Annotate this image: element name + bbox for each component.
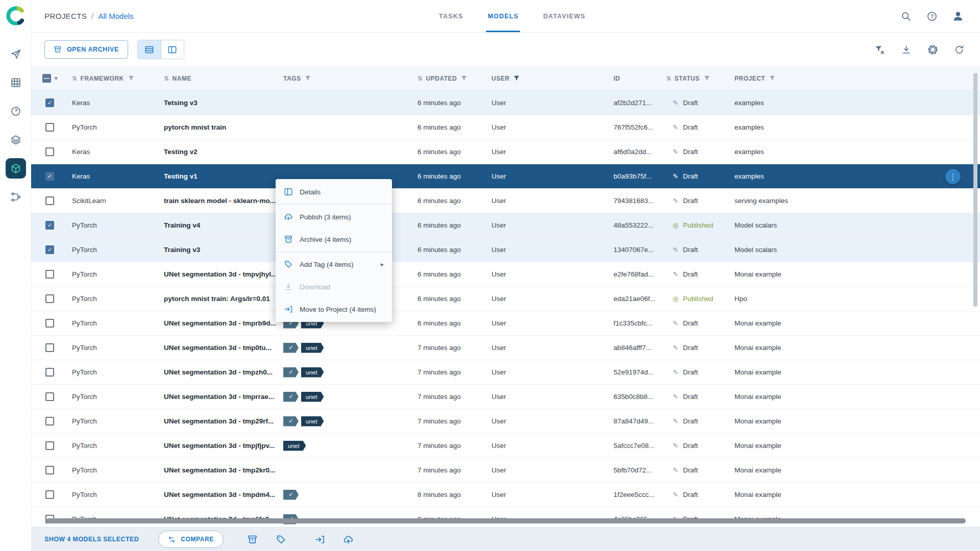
footer-archive-button[interactable] <box>247 534 258 545</box>
filter-icon[interactable] <box>461 76 467 81</box>
clear-filters-button[interactable] <box>874 44 885 55</box>
row-checkbox[interactable] <box>45 319 54 328</box>
cell-name[interactable]: Tetsing v3 <box>164 99 283 107</box>
row-menu-button[interactable]: ⋮ <box>945 172 961 180</box>
table-row[interactable]: PyTorchpytorch mnist train: Args/lr=0.01… <box>31 287 980 311</box>
cell-name[interactable]: Testing v1 <box>164 172 283 180</box>
table-view-button[interactable] <box>138 40 161 59</box>
row-checkbox[interactable] <box>45 123 54 132</box>
table-row[interactable]: PyTorchUNet segmentation 3d - tmprb9d...… <box>31 311 980 336</box>
search-button[interactable] <box>900 10 912 22</box>
column-header-user[interactable]: USER <box>492 75 614 82</box>
column-header-name[interactable]: ⇅ NAME <box>164 75 283 82</box>
settings-button[interactable] <box>927 44 938 55</box>
column-header-framework[interactable]: ⇅ FRAMEWORK <box>72 75 164 82</box>
sort-icon[interactable]: ⇅ <box>164 76 169 82</box>
table-row[interactable]: PyTorchUNet segmentation 3d - tmpvjhyl..… <box>31 262 980 287</box>
row-checkbox[interactable] <box>45 343 54 352</box>
tab-models[interactable]: MODELS <box>486 0 520 32</box>
cell-name[interactable]: UNet segmentation 3d - tmpdm4... <box>164 491 283 498</box>
filter-icon[interactable] <box>769 76 775 81</box>
tag-chip-check[interactable]: ✓ <box>283 392 299 402</box>
tag-chip-check[interactable]: ✓ <box>283 367 299 378</box>
footer-publish-button[interactable] <box>343 534 354 545</box>
footer-tag-button[interactable] <box>276 534 286 545</box>
table-row[interactable]: ScikitLearntrain sklearn model - sklearn… <box>31 189 980 213</box>
tag-chip[interactable]: unet <box>301 343 324 353</box>
filter-icon[interactable] <box>128 76 134 81</box>
cell-name[interactable]: UNet segmentation 3d - tmprb9d... <box>164 319 283 327</box>
cell-name[interactable]: train sklearn model - sklearn-mo... <box>164 197 283 205</box>
row-checkbox[interactable]: ✓ <box>45 245 54 254</box>
cell-name[interactable]: UNet segmentation 3d - tmp29rf... <box>164 417 283 425</box>
tab-tasks[interactable]: TASKS <box>437 0 464 32</box>
tag-chip[interactable]: unet <box>283 441 306 451</box>
cell-name[interactable]: Testing v2 <box>164 148 283 156</box>
tag-chip-check[interactable]: ✓ <box>283 416 299 427</box>
clearml-logo[interactable] <box>5 5 27 27</box>
tag-chip[interactable]: unet <box>301 367 324 378</box>
sidebar-item-queues[interactable] <box>6 130 26 150</box>
tag-chip[interactable]: unet <box>301 392 324 402</box>
table-row[interactable]: PyTorchUNet segmentation 3d - tmp0tu...✓… <box>31 336 980 360</box>
table-row[interactable]: PyTorchUNet segmentation 3d - tmpdm4...✓… <box>31 483 980 507</box>
sidebar-item-reports[interactable] <box>6 101 26 121</box>
tag-chip[interactable]: unet <box>301 416 324 427</box>
download-button[interactable] <box>900 44 912 55</box>
tag-chip-check[interactable]: ✓ <box>283 490 299 500</box>
filter-icon[interactable] <box>305 76 311 81</box>
table-row[interactable]: ✓PyTorchTraining v46 minutes agoUser48a5… <box>31 213 980 238</box>
card-view-button[interactable] <box>161 40 184 59</box>
cell-name[interactable]: pytorch mnist train: Args/lr=0.01 <box>164 295 283 303</box>
help-button[interactable]: ? <box>926 10 938 22</box>
column-header-project[interactable]: PROJECT <box>734 75 980 82</box>
auto-refresh-button[interactable] <box>953 44 965 55</box>
sort-icon[interactable]: ⇅ <box>666 76 672 82</box>
table-row[interactable]: PyTorchUNet segmentation 3d - tmp2kr0...… <box>31 458 980 483</box>
user-avatar-button[interactable] <box>952 10 964 22</box>
context-menu-item-add-tag-4-items[interactable]: Add Tag (4 items)▸ <box>276 253 392 276</box>
cell-name[interactable]: Training v4 <box>164 221 283 229</box>
row-checkbox[interactable] <box>45 270 54 279</box>
table-row[interactable]: PyTorchUNet segmentation 3d - tmp29rf...… <box>31 409 980 434</box>
filter-icon[interactable] <box>704 76 710 81</box>
row-checkbox[interactable] <box>45 441 54 450</box>
row-checkbox[interactable] <box>45 147 54 156</box>
row-checkbox[interactable] <box>45 294 54 303</box>
sidebar-item-pipelines[interactable] <box>6 187 26 207</box>
table-row[interactable]: ✓PyTorchTraining v36 minutes agoUser1340… <box>31 238 980 262</box>
column-header-tags[interactable]: TAGS <box>283 75 418 82</box>
filter-active-icon[interactable] <box>513 76 520 81</box>
table-row[interactable]: PyTorchUNet segmentation 3d - tmpjfjpv..… <box>31 434 980 458</box>
horizontal-scrollbar[interactable] <box>46 518 966 523</box>
vertical-scrollbar[interactable] <box>973 73 977 307</box>
context-menu-item-details[interactable]: Details <box>276 181 392 203</box>
table-row[interactable]: KerasTesting v26 minutes agoUseraf6d0a2d… <box>31 140 980 164</box>
sort-icon[interactable]: ⇅ <box>72 76 78 82</box>
tag-chip-check[interactable]: ✓ <box>283 343 299 353</box>
row-checkbox[interactable] <box>45 490 54 499</box>
row-checkbox[interactable]: ✓ <box>45 172 54 181</box>
table-row[interactable]: PyTorchUNet segmentation 3d - tmprrae...… <box>31 385 980 409</box>
cell-name[interactable]: UNet segmentation 3d - tmpzh0... <box>164 368 283 376</box>
sort-icon[interactable]: ⇅ <box>418 76 423 82</box>
cell-name[interactable]: Training v3 <box>164 246 283 254</box>
sidebar-item-models[interactable] <box>6 158 26 179</box>
sidebar-item-datasets[interactable] <box>6 72 26 93</box>
context-menu-item-move-to-project-4-items[interactable]: Move to Project (4 items) <box>276 298 392 320</box>
cell-name[interactable]: pytorch mnist train <box>164 123 283 131</box>
column-header-id[interactable]: ID <box>614 75 666 82</box>
context-menu-item-publish-3-items[interactable]: Publish (3 items) <box>276 206 392 228</box>
table-row[interactable]: PyTorchUNet segmentation 3d - tmpzh0...✓… <box>31 360 980 385</box>
compare-button[interactable]: COMPARE <box>158 531 224 548</box>
select-all-checkbox[interactable]: — <box>42 74 51 83</box>
column-header-status[interactable]: ⇅ STATUS <box>666 75 734 82</box>
row-checkbox[interactable] <box>45 417 54 425</box>
cell-name[interactable]: UNet segmentation 3d - tmprrae... <box>164 393 283 400</box>
table-row[interactable]: ✓KerasTesting v16 minutes agoUserb0a93b7… <box>31 164 980 189</box>
caret-down-icon[interactable]: ▾ <box>55 76 58 81</box>
table-row[interactable]: PyTorchpytorch mnist train6 minutes agoU… <box>31 115 980 140</box>
open-archive-button[interactable]: OPEN ARCHIVE <box>44 40 128 59</box>
cell-name[interactable]: UNet segmentation 3d - tmpvjhyl... <box>164 270 283 278</box>
row-checkbox[interactable] <box>45 466 54 474</box>
